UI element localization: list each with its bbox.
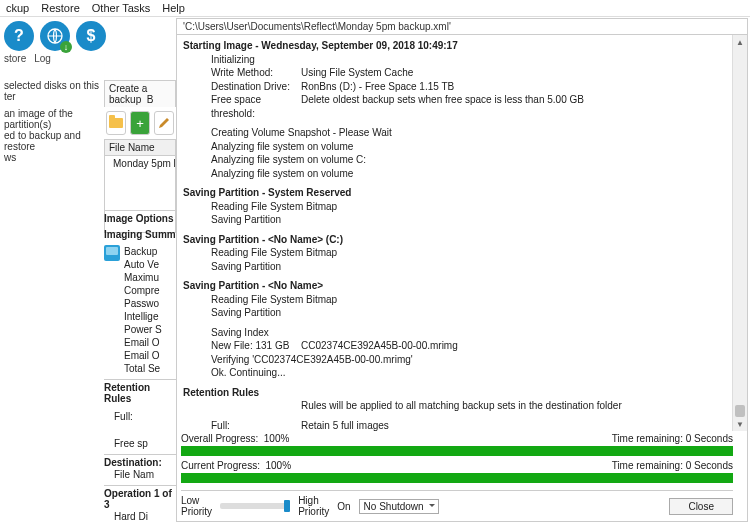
kv: Maximu [124,271,176,284]
progress-block: Overall Progress: 100% Time remaining: 0… [181,431,733,487]
kv: Email O [124,349,176,362]
kv: Email O [124,336,176,349]
kv-full: Full: [104,410,176,423]
kv: Total Se [124,362,176,375]
priority-slider[interactable] [220,503,290,509]
log-val: RonBns (D:) - Free Space 1.15 TB [301,80,454,94]
mini-toolbar: + [104,107,176,139]
log-line: Creating Volume Snapshot - Please Wait [183,126,731,140]
scroll-thumb[interactable] [735,405,745,417]
kv: Backup [124,245,176,258]
log-area: Starting Image - Wednesday, September 09… [181,35,733,431]
label-high-priority: High Priority [298,495,329,517]
left-text: ws [4,152,104,163]
scroll-down-icon[interactable]: ▼ [733,417,747,431]
overall-value: 100% [264,433,290,444]
scroll-up-icon[interactable]: ▲ [733,35,747,49]
label-low-priority: Low Priority [181,495,212,517]
log-line: Ok. Continuing... [183,366,731,380]
left-text: ed to backup and restore [4,130,104,152]
kv: Intellige [124,310,176,323]
log-section: Saving Partition - <No Name> (C:) [183,233,731,247]
slider-thumb[interactable] [284,500,290,512]
help-button[interactable]: ? [4,21,34,51]
log-line: Analyzing file system on volume C: [183,153,731,167]
kv: Auto Ve [124,258,176,271]
select-value: No Shutdown [364,501,424,512]
kv: Hard Di [104,510,176,523]
shutdown-select[interactable]: No Shutdown [359,499,439,514]
left-text: an image of the partition(s) [4,108,104,130]
tab-create-backup[interactable]: Create a backup B [104,80,176,107]
current-label: Current Progress: [181,460,260,471]
time-remaining: Time remaining: 0 Seconds [612,460,733,471]
bottom-bar: Low Priority High Priority On No Shutdow… [181,490,733,517]
file-row[interactable]: Monday 5pm b [105,156,175,171]
kv: Power S [124,323,176,336]
section-image-options: Image Options [104,213,176,224]
purchase-button[interactable]: $ [76,21,106,51]
log-line: Saving Partition [183,213,731,227]
tab-label-b: B [147,94,154,105]
log-line: Saving Partition [183,260,731,274]
scrollbar[interactable]: ▲ ▼ [732,35,747,431]
kv: Passwo [124,297,176,310]
log-line: Reading File System Bitmap [183,200,731,214]
log-line: Analyzing file system on volume [183,140,731,154]
log-line: Analyzing file system on volume [183,167,731,181]
menu-help[interactable]: Help [162,2,185,14]
globe-button[interactable]: ↓ [40,21,70,51]
scroll-track[interactable] [733,49,747,417]
log-key: Full: [211,419,301,432]
log-val: Rules will be applied to all matching ba… [301,399,622,413]
overall-label: Overall Progress: [181,433,258,444]
log-line: Verifying 'CC02374CE392A45B-00-00.mrimg' [183,353,731,367]
log-val: CC02374CE392A45B-00-00.mrimg [301,339,458,353]
edit-button[interactable] [154,111,174,135]
close-button[interactable]: Close [669,498,733,515]
menu-other-tasks[interactable]: Other Tasks [92,2,151,14]
file-path: 'C:\Users\User\Documents\Reflect\Monday … [177,19,747,34]
log-val: Using File System Cache [301,66,413,80]
kv: Compre [124,284,176,297]
folder-icon [109,118,123,128]
log-val: Retain 5 full images [301,419,389,432]
log-section: Retention Rules [183,386,731,400]
log-line: Initializing [183,53,731,67]
time-remaining: Time remaining: 0 Seconds [612,433,733,444]
section-imaging-summary: Imaging Summ [104,228,176,241]
label-store: store [4,53,26,64]
section-destination: Destination: [104,457,176,468]
log-line: Reading File System Bitmap [183,293,731,307]
file-list-header[interactable]: File Name [105,140,175,156]
left-info: selected disks on this ter an image of t… [0,80,108,163]
open-folder-button[interactable] [106,111,126,135]
current-progress-bar [181,473,733,483]
log-section: Saving Partition - <No Name> [183,279,731,293]
menu-restore[interactable]: Restore [41,2,80,14]
down-arrow-icon: ↓ [60,41,72,53]
log-key: Destination Drive: [211,80,301,94]
log-section: Saving Partition - System Reserved [183,186,731,200]
left-text: selected disks on this [4,80,104,91]
left-text: ter [4,91,104,102]
side-panel: Image Options Imaging Summ Backup Auto V… [104,206,176,524]
section-retention: Retention Rules [104,382,176,404]
add-button[interactable]: + [130,111,150,135]
disk-icon [104,245,120,261]
log-key: New File: 131 GB [211,339,301,353]
log-line: Saving Partition [183,306,731,320]
log-key: Free space threshold: [211,93,301,120]
section-operation: Operation 1 of 3 [104,488,176,510]
col-filename: File Name [109,142,155,153]
menu-backup[interactable]: ckup [6,2,29,14]
file-name: Monday 5pm b [113,158,176,169]
log-val: Delete oldest backup sets when free spac… [301,93,584,120]
pencil-icon [157,116,171,130]
kv-dest: File Nam [104,468,176,481]
label-on: On [337,501,350,512]
log-header: Starting Image - Wednesday, September 09… [183,39,731,53]
current-value: 100% [265,460,291,471]
label-log: Log [34,53,51,64]
overall-progress-bar [181,446,733,456]
